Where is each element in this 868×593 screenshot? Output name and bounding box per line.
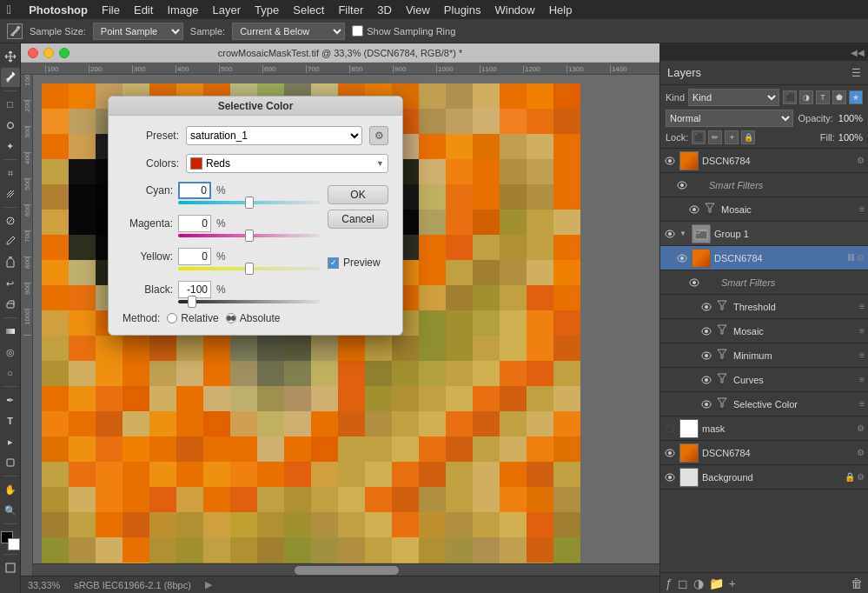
- horizontal-scrollbar-thumb[interactable]: [295, 566, 399, 575]
- pen-tool[interactable]: ✒: [1, 390, 20, 410]
- menu-image[interactable]: Image: [167, 3, 198, 17]
- layer-options-l1[interactable]: ⚙: [857, 156, 865, 165]
- close-button[interactable]: [28, 48, 38, 58]
- menu-filter[interactable]: Filter: [338, 3, 363, 17]
- layer-item-l3-curves[interactable]: Curves≡: [660, 368, 868, 392]
- visibility-icon-l1-sf[interactable]: [676, 179, 688, 191]
- type-tool[interactable]: T: [1, 411, 20, 430]
- layer-item-l1[interactable]: DSCN6784⚙: [660, 149, 868, 173]
- horizontal-scrollbar[interactable]: [33, 563, 659, 576]
- yellow-slider-container[interactable]: [178, 267, 321, 270]
- layer-item-l3-threshold[interactable]: Threshold≡: [660, 295, 868, 319]
- lock-all-icon[interactable]: 🔒: [741, 130, 755, 144]
- ok-button[interactable]: OK: [328, 185, 388, 204]
- layer-item-l5[interactable]: DSCN6784⚙: [660, 441, 868, 465]
- move-tool[interactable]: [1, 47, 20, 66]
- slice-tool[interactable]: [1, 184, 20, 203]
- cyan-value-input[interactable]: 0: [178, 182, 211, 199]
- menu-view[interactable]: View: [406, 3, 430, 17]
- menu-edit[interactable]: Edit: [134, 3, 153, 17]
- cyan-slider-container[interactable]: [178, 201, 321, 204]
- gradient-tool[interactable]: [1, 322, 20, 341]
- filter-options-l3-curves[interactable]: ≡: [859, 375, 865, 384]
- add-mask-icon[interactable]: ◻: [678, 576, 688, 590]
- marquee-tool[interactable]: □: [1, 95, 20, 114]
- crop-tool[interactable]: ⌗: [1, 163, 20, 183]
- filter-options-l3-minimum[interactable]: ≡: [859, 350, 865, 360]
- preset-select[interactable]: saturation_1: [186, 126, 362, 145]
- collapse-icon[interactable]: ◀◀: [851, 48, 865, 57]
- menu-select[interactable]: Select: [293, 3, 324, 17]
- relative-radio-label[interactable]: Relative: [167, 312, 218, 324]
- layer-settings-icon[interactable]: ⚙: [857, 253, 865, 263]
- hand-tool[interactable]: ✋: [1, 480, 20, 499]
- visibility-icon-l3-curves[interactable]: [700, 374, 712, 386]
- magic-wand-tool[interactable]: ✦: [1, 137, 20, 156]
- magenta-slider-container[interactable]: [178, 234, 321, 237]
- layer-item-l1-sf[interactable]: Smart Filters: [660, 173, 868, 197]
- clone-stamp-tool[interactable]: [1, 253, 20, 272]
- layer-item-l3-sf[interactable]: Smart Filters: [660, 270, 868, 295]
- delete-layer-icon[interactable]: 🗑: [851, 576, 863, 590]
- navigate-right-icon[interactable]: ▶: [205, 579, 212, 590]
- magenta-slider-thumb[interactable]: [245, 230, 254, 242]
- apple-logo-icon[interactable]: : [7, 3, 11, 17]
- filter-options-l3-mosaic[interactable]: ≡: [859, 326, 865, 336]
- visibility-icon-l1[interactable]: [664, 155, 676, 167]
- lock-image-icon[interactable]: ✏: [708, 130, 722, 144]
- menu-help[interactable]: Help: [549, 3, 573, 17]
- layer-options-l4-mask[interactable]: ⚙: [857, 423, 865, 433]
- menu-layer[interactable]: Layer: [213, 3, 242, 17]
- lock-transparent-icon[interactable]: ⬛: [692, 130, 706, 144]
- eraser-tool[interactable]: [1, 295, 20, 314]
- layer-item-l3[interactable]: DSCN6784⛓⚙: [660, 246, 868, 270]
- layer-item-l3-selcolor[interactable]: Selective Color≡: [660, 392, 868, 416]
- layer-item-l4-mask[interactable]: mask⚙: [660, 416, 868, 441]
- healing-brush-tool[interactable]: [1, 211, 20, 230]
- visibility-icon-l3-selcolor[interactable]: [700, 398, 712, 410]
- yellow-slider-thumb[interactable]: [245, 263, 254, 275]
- menu-plugins[interactable]: Plugins: [444, 3, 481, 17]
- menu-type[interactable]: Type: [255, 3, 279, 17]
- panel-menu-icon[interactable]: ☰: [851, 67, 861, 79]
- visibility-icon-l1-mosaic[interactable]: [688, 203, 700, 216]
- black-slider-thumb[interactable]: [188, 296, 196, 308]
- visibility-icon-l3-mosaic[interactable]: [700, 325, 712, 337]
- layer-options-l5[interactable]: ⚙: [857, 448, 865, 457]
- zoom-tool[interactable]: 🔍: [1, 501, 20, 520]
- visibility-icon-l2-group[interactable]: [664, 228, 676, 240]
- layer-item-l6-bg[interactable]: Background🔒⚙: [660, 465, 868, 490]
- yellow-value-input[interactable]: 0: [178, 248, 211, 265]
- shape-tool[interactable]: [1, 453, 20, 472]
- path-selection-tool[interactable]: ▸: [1, 432, 20, 451]
- layer-item-l1-mosaic[interactable]: Mosaic≡: [660, 197, 868, 222]
- type-filter-icon[interactable]: T: [816, 90, 830, 104]
- blend-mode-select[interactable]: Normal: [666, 110, 793, 127]
- foreground-background-colors[interactable]: [1, 531, 20, 550]
- filter-options-l3-selcolor[interactable]: ≡: [859, 399, 865, 409]
- visibility-icon-l3[interactable]: [676, 252, 688, 264]
- minimize-button[interactable]: [43, 48, 54, 58]
- background-color[interactable]: [8, 538, 20, 550]
- lock-position-icon[interactable]: +: [725, 130, 739, 144]
- new-group-icon[interactable]: 📁: [709, 576, 724, 590]
- adjust-icon[interactable]: ◑: [799, 90, 813, 104]
- relative-radio[interactable]: [167, 313, 177, 323]
- lasso-tool[interactable]: [1, 116, 20, 135]
- smart-filter-icon[interactable]: ★: [849, 90, 863, 104]
- absolute-radio[interactable]: [226, 313, 236, 323]
- selective-color-dialog[interactable]: Selective Color Preset: saturation_1 ⚙ C…: [108, 96, 403, 336]
- cyan-slider-thumb[interactable]: [245, 197, 254, 209]
- menu-file[interactable]: File: [102, 3, 120, 17]
- sample-value-select[interactable]: Current & Below: [232, 23, 345, 40]
- history-brush-tool[interactable]: ↩: [1, 274, 20, 293]
- shape-filter-icon[interactable]: ⬟: [832, 90, 846, 104]
- new-adjustment-icon[interactable]: ◑: [693, 576, 704, 590]
- dodge-tool[interactable]: ○: [1, 363, 20, 383]
- new-layer-icon[interactable]: +: [729, 576, 736, 590]
- absolute-radio-label[interactable]: Absolute: [226, 312, 281, 324]
- menu-window[interactable]: Window: [494, 3, 534, 17]
- filter-options-l3-threshold[interactable]: ≡: [859, 302, 865, 311]
- layer-options-l6-bg[interactable]: ⚙: [857, 472, 865, 482]
- cancel-button[interactable]: Cancel: [328, 210, 388, 229]
